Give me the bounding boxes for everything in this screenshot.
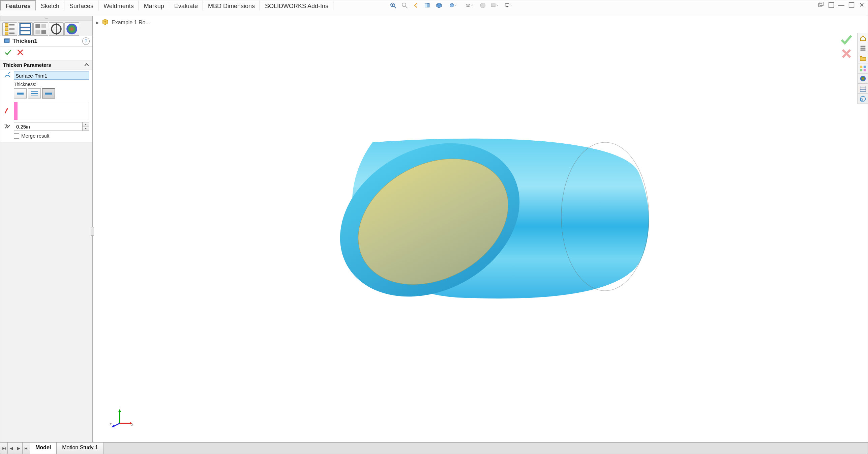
thicken-side1-button[interactable]	[14, 88, 27, 98]
surface-selection-icon	[4, 72, 11, 79]
confirm-cancel-icon[interactable]	[840, 47, 853, 61]
tab-weldments[interactable]: Weldments	[98, 0, 139, 10]
svg-rect-51	[861, 46, 866, 47]
bodies-selection-icon	[4, 107, 11, 115]
tab-markup[interactable]: Markup	[139, 0, 169, 10]
view-settings-dropdown[interactable]	[501, 1, 515, 10]
tab-features[interactable]: Features	[0, 0, 36, 10]
surface-selection-box[interactable]: Surface-Trim1	[14, 72, 89, 80]
view-orientation-icon[interactable]	[435, 1, 443, 10]
thickness-dimension-icon: T1	[4, 123, 11, 130]
previous-view-icon[interactable]	[412, 1, 420, 10]
restore-inner-window-icon[interactable]	[818, 2, 825, 8]
cancel-button[interactable]	[17, 49, 24, 57]
tab-nav-last-icon[interactable]: ⏭	[23, 443, 30, 454]
tab-sketch[interactable]: Sketch	[36, 0, 64, 10]
panel-resize-handle[interactable]: ⋯	[0, 16, 92, 21]
confirm-ok-icon[interactable]	[840, 33, 853, 47]
view-palette-icon[interactable]	[858, 63, 868, 74]
svg-rect-59	[860, 86, 866, 91]
dimxpert-manager-tab[interactable]	[49, 22, 64, 36]
solidworks-resources-icon[interactable]	[858, 33, 868, 43]
custom-properties-icon[interactable]	[858, 84, 868, 94]
svg-rect-18	[5, 24, 8, 27]
svg-point-10	[480, 3, 485, 8]
thicken-parameters-section-header[interactable]: Thicken Parameters	[0, 60, 92, 69]
manager-tabs	[0, 21, 92, 36]
spinner-up-button[interactable]: ▲	[83, 122, 89, 127]
merge-result-label: Merge result	[21, 133, 49, 139]
svg-marker-67	[118, 409, 121, 412]
task-pane	[858, 33, 868, 104]
bottom-tab-bar: ⏮ ◀ ▶ ⏭ Model Motion Study 1	[0, 442, 868, 454]
svg-rect-11	[491, 4, 495, 7]
zoom-to-area-icon[interactable]	[400, 1, 409, 10]
svg-text:Z: Z	[110, 423, 112, 427]
panel-splitter[interactable]	[91, 227, 94, 236]
merge-result-checkbox[interactable]	[14, 133, 19, 139]
close-window-icon[interactable]: ✕	[858, 2, 865, 8]
part-icon	[101, 18, 109, 27]
property-manager-tab[interactable]	[18, 22, 33, 36]
tab-mbd-dimensions[interactable]: MBD Dimensions	[203, 0, 260, 10]
command-manager-ribbon: Features Sketch Surfaces Weldments Marku…	[0, 0, 868, 16]
breadcrumb-part-name[interactable]: Example 1 Ro...	[112, 20, 150, 26]
svg-rect-29	[35, 30, 40, 34]
minimize-window-icon[interactable]: —	[838, 2, 845, 8]
design-library-icon[interactable]	[858, 43, 868, 53]
reference-triad[interactable]: Y X Z	[110, 407, 133, 432]
edit-appearance-icon[interactable]	[478, 1, 487, 10]
bottom-tab-model[interactable]: Model	[30, 443, 57, 454]
display-style-dropdown[interactable]	[446, 1, 459, 10]
appearances-scenes-icon[interactable]	[858, 74, 868, 84]
svg-text:Y: Y	[119, 407, 121, 409]
feature-manager-tab[interactable]	[2, 22, 17, 36]
thickness-input-field[interactable]	[14, 122, 82, 131]
chevron-up-icon	[84, 62, 90, 68]
svg-rect-7	[425, 4, 427, 7]
graphics-viewport[interactable]: ▶ Example 1 Ro...	[93, 16, 868, 442]
maximize-window-icon[interactable]	[848, 2, 855, 8]
solidworks-forum-icon[interactable]	[858, 94, 868, 104]
breadcrumb-expand-icon[interactable]: ▶	[96, 21, 99, 25]
tab-nav-first-icon[interactable]: ⏮	[0, 443, 8, 454]
apply-scene-icon[interactable]	[490, 1, 499, 10]
feature-title: Thicken1	[12, 38, 37, 45]
svg-rect-13	[506, 6, 508, 7]
svg-rect-28	[41, 24, 46, 28]
zoom-to-fit-icon[interactable]	[389, 1, 397, 10]
bottom-tab-motion-study-1[interactable]: Motion Study 1	[57, 443, 104, 454]
hide-show-items-dropdown[interactable]	[462, 1, 476, 10]
thickness-value-input[interactable]: ▲ ▼	[14, 122, 89, 131]
svg-rect-57	[864, 69, 866, 71]
svg-rect-17	[849, 3, 854, 8]
maximize-inner-window-icon[interactable]	[828, 2, 835, 8]
svg-text:T1: T1	[4, 123, 7, 126]
tab-evaluate[interactable]: Evaluate	[169, 0, 203, 10]
window-controls: — ✕	[818, 2, 865, 8]
tab-surfaces[interactable]: Surfaces	[64, 0, 98, 10]
svg-rect-20	[5, 32, 8, 35]
file-explorer-icon[interactable]	[858, 53, 868, 63]
thicken-both-sides-button[interactable]	[28, 88, 41, 98]
model-geometry-preview	[295, 119, 666, 322]
svg-rect-54	[860, 65, 862, 67]
section-view-icon[interactable]	[423, 1, 432, 10]
tab-solidworks-addins[interactable]: SOLIDWORKS Add-Ins	[260, 0, 333, 10]
feature-scope-listbox[interactable]	[14, 102, 89, 120]
svg-rect-14	[819, 3, 822, 7]
configuration-manager-tab[interactable]	[33, 22, 48, 36]
ok-button[interactable]	[4, 49, 12, 57]
svg-point-34	[66, 24, 77, 34]
thicken-side2-button[interactable]	[42, 88, 55, 98]
confirmation-corner	[840, 33, 853, 61]
tab-nav-prev-icon[interactable]: ◀	[8, 443, 15, 454]
svg-rect-56	[860, 69, 862, 71]
tab-nav-next-icon[interactable]: ▶	[15, 443, 23, 454]
svg-rect-52	[861, 48, 866, 49]
selection-value: Surface-Trim1	[16, 73, 47, 79]
display-manager-tab[interactable]	[64, 22, 79, 36]
svg-rect-24	[20, 24, 31, 34]
spinner-down-button[interactable]: ▼	[83, 127, 89, 131]
help-button[interactable]: ?	[82, 37, 90, 45]
